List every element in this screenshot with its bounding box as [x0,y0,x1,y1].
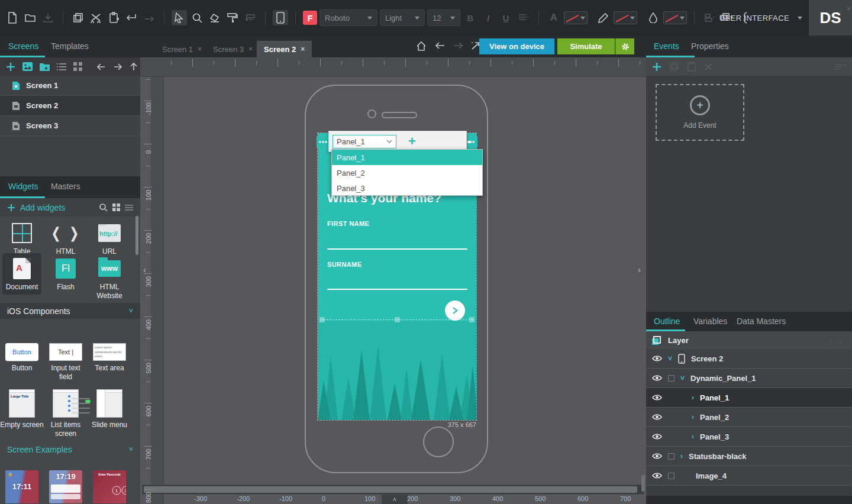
chevron-right-icon[interactable]: › [692,413,694,421]
design-canvas[interactable]: What's your name? FIRST NAME SURNAME Pan… [140,57,646,504]
tab-templates[interactable]: Templates [51,41,89,51]
bold-button[interactable]: B [463,10,478,25]
workspace-selector[interactable]: USER INTERFACE [719,0,802,35]
font-color-button[interactable]: A [546,10,561,25]
nav-up-icon[interactable] [130,62,138,72]
format-paint-icon[interactable] [225,10,240,25]
paste-event-icon[interactable] [688,62,696,72]
outline-row-image-4[interactable]: Image_4 [646,466,852,486]
widget-ios-slide-menu[interactable]: Slide menu [88,389,131,429]
widget-html[interactable]: ❬ ❭ HTML [44,221,88,256]
add-widgets-icon[interactable] [7,203,15,212]
tab-screen-2[interactable]: Screen 2× [257,41,312,57]
widget-table[interactable]: Table [0,221,44,256]
panel-drag-handle-left[interactable] [317,136,330,148]
stroke-color-swatch[interactable] [614,11,637,24]
selection-handle[interactable] [395,317,400,322]
dropdown-option[interactable]: Panel_2 [332,165,482,180]
font-style-select[interactable]: Light [380,9,425,26]
widget-url[interactable]: http:// URL [88,221,131,256]
outline-row-screen-2[interactable]: ˅ Screen 2 [646,349,852,369]
outline-row-dynamic-panel-1[interactable]: ˅ Dynamic_Panel_1 [646,369,852,388]
tab-screen-3[interactable]: Screen 3× [206,41,260,57]
add-image-icon[interactable] [22,62,33,71]
widget-document-selected[interactable]: A Document [2,253,41,295]
ios-components-header[interactable]: iOS Components˅ [0,303,140,319]
widget-flash[interactable]: Fl Flash [44,257,88,291]
tab-masters[interactable]: Masters [51,182,80,191]
collapse-right-panel-icon[interactable]: › [638,264,641,274]
tab-screen-1[interactable]: Screen 1× [155,41,209,57]
widget-ios-empty-screen[interactable]: Large Title Empty screen [0,389,44,429]
paste-icon[interactable] [106,10,121,25]
outline-row-panel-3[interactable]: › Panel_3 [646,427,852,447]
selection-handle[interactable] [469,317,475,322]
format-paint-settings-icon[interactable] [243,10,258,25]
selection-handle[interactable] [320,317,325,322]
redo-icon[interactable] [141,10,157,25]
save-icon[interactable] [40,10,56,25]
cut-icon[interactable] [88,10,104,25]
view-on-device-button[interactable]: View on device [479,38,554,54]
forward-icon[interactable] [452,40,464,53]
chevron-right-icon[interactable]: › [692,432,694,441]
outline-row-statusbar-black[interactable]: › Statusbar-black [646,447,852,466]
font-color-swatch[interactable] [564,11,588,24]
forest-image[interactable] [318,321,476,420]
vertical-scrollbar-thumb[interactable] [641,475,645,492]
collapse-toolbar-icon[interactable]: ˅ [847,5,851,12]
widget-ios-button[interactable]: Button Button [0,343,44,372]
nav-left-icon[interactable] [96,63,106,71]
dropdown-option[interactable]: Panel_3 [332,180,482,196]
chevron-down-icon[interactable]: ˅ [668,354,672,363]
example-lock-screen[interactable]: 🔒 17:11 Lock screen [0,470,44,504]
text-align-button[interactable] [516,10,531,25]
new-file-icon[interactable] [5,10,20,25]
dropdown-option-selected[interactable]: Panel_1 [332,150,482,165]
close-icon[interactable]: × [301,45,305,53]
tab-screens[interactable]: Screens [8,41,38,51]
add-event-dropzone[interactable]: + Add Event [656,84,744,141]
first-name-input[interactable] [327,248,467,250]
widgets-grid-view-icon[interactable] [112,203,120,211]
add-folder-icon[interactable] [40,62,50,71]
select-tool-icon[interactable] [172,10,187,25]
list-view-icon[interactable] [57,63,66,71]
close-icon[interactable]: × [248,45,253,53]
screen-list-item[interactable]: Screen 3 [0,116,140,136]
fill-droplet-icon[interactable] [646,10,661,25]
tab-widgets[interactable]: Widgets [8,182,38,191]
tab-data-masters[interactable]: Data Masters [737,316,786,326]
screen-examples-header[interactable]: Screen Examples˅ [0,441,140,457]
add-widgets-button[interactable]: Add widgets [20,203,65,212]
undo-icon[interactable] [124,10,139,25]
layer-checkbox[interactable] [668,453,674,460]
tab-variables[interactable]: Variables [693,316,727,326]
home-icon[interactable] [415,40,427,54]
horizontal-scrollbar-thumb[interactable] [144,486,637,493]
eraser-icon[interactable] [207,10,222,25]
add-panel-button[interactable]: + [408,135,416,148]
expand-bottom-panel-button[interactable]: ˄ [382,495,408,504]
outline-row-panel-1-selected[interactable]: › Panel_1 [646,388,852,408]
move-layer-down-icon[interactable]: ↓ [839,336,843,345]
next-button[interactable] [445,301,465,321]
fill-color-swatch[interactable] [663,11,687,24]
close-icon[interactable]: × [198,45,202,53]
device-icon[interactable] [273,10,288,25]
font-size-select[interactable]: 12 [427,9,460,26]
example-passcode-screen[interactable]: Enter Passcode 123 Passcode screen [88,470,131,504]
event-options-icon[interactable] [834,63,846,71]
widget-html-website[interactable]: www HTML Website [88,257,131,301]
widget-ios-input[interactable]: Text | Input text field [44,343,88,382]
chevron-down-icon[interactable]: ˅ [680,374,685,382]
add-screen-icon[interactable] [6,62,15,72]
add-event-icon[interactable] [652,62,661,72]
italic-button[interactable]: I [480,10,496,25]
back-icon[interactable] [434,40,446,53]
simulate-settings-button[interactable] [615,38,634,54]
font-family-select[interactable]: Roboto [320,9,377,26]
grid-view-icon[interactable] [73,62,82,71]
screen-list-item-selected[interactable]: Screen 2 [0,96,140,116]
sidebar-scrollbar[interactable] [135,216,138,255]
